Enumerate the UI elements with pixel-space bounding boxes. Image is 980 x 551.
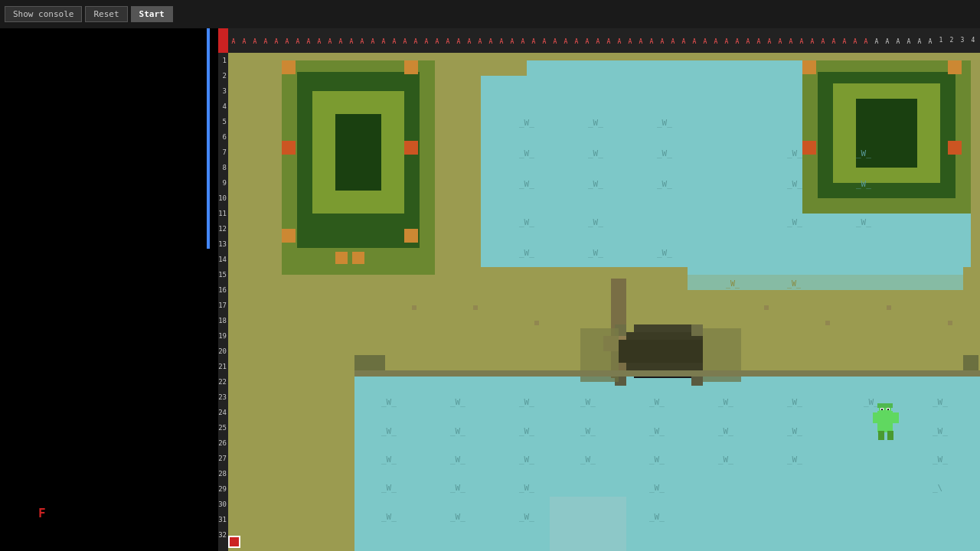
svg-text:_W_: _W_: [450, 483, 466, 493]
svg-text:_W_: _W_: [787, 455, 802, 465]
left-panel: [0, 28, 218, 551]
svg-rect-118: [412, 305, 416, 310]
svg-rect-4: [335, 114, 381, 191]
svg-text:_W_: _W_: [657, 248, 672, 258]
svg-text:_W_: _W_: [726, 279, 740, 289]
svg-rect-6: [404, 60, 418, 74]
svg-text:_W_: _W_: [649, 426, 665, 436]
svg-rect-106: [887, 431, 893, 440]
svg-rect-9: [282, 229, 296, 243]
svg-rect-44: [688, 60, 802, 259]
start-button[interactable]: Start: [131, 6, 173, 22]
ruler-top: AAAAAAAAAAAAAAAAAAAAAAAAAAAAAAAAAAAAAAAA…: [228, 28, 980, 53]
frame-indicator: F: [38, 506, 46, 520]
svg-rect-104: [893, 412, 899, 423]
svg-text:_W_: _W_: [588, 217, 603, 227]
svg-text:_W_: _W_: [787, 148, 802, 158]
svg-rect-40: [802, 60, 816, 74]
svg-text:_W_: _W_: [649, 483, 665, 493]
svg-text:_W_: _W_: [580, 397, 596, 407]
svg-text:_W_: _W_: [519, 248, 534, 258]
svg-rect-103: [873, 412, 879, 423]
position-indicator: [228, 536, 240, 548]
svg-text:_W_: _W_: [588, 248, 603, 258]
svg-rect-122: [825, 321, 830, 325]
svg-text:_W_: _W_: [933, 397, 948, 407]
svg-rect-42: [802, 141, 816, 155]
svg-text:_W_: _W_: [787, 279, 802, 289]
svg-text:_W_: _W_: [657, 179, 672, 189]
svg-rect-12: [352, 252, 364, 264]
svg-rect-41: [948, 60, 962, 74]
svg-text:_W_: _W_: [864, 397, 879, 407]
svg-rect-11: [335, 252, 348, 264]
svg-rect-102: [887, 409, 889, 410]
svg-text:_W_: _W_: [450, 397, 466, 407]
svg-text:_W_: _W_: [718, 426, 733, 436]
svg-text:_W_: _W_: [657, 118, 672, 128]
svg-text:_\: _\: [933, 483, 942, 493]
svg-text:_W_: _W_: [450, 512, 466, 522]
svg-text:_W_: _W_: [519, 426, 534, 436]
svg-text:_W_: _W_: [588, 179, 603, 189]
show-console-button[interactable]: Show console: [5, 6, 82, 22]
svg-text:_W_: _W_: [649, 512, 665, 522]
svg-text:_W_: _W_: [856, 148, 871, 158]
svg-text:_W_: _W_: [580, 455, 596, 465]
svg-rect-121: [764, 305, 769, 310]
svg-rect-123: [887, 305, 891, 310]
svg-text:_W_: _W_: [381, 455, 397, 465]
svg-text:_W_: _W_: [450, 426, 466, 436]
svg-text:_W_: _W_: [519, 217, 534, 227]
svg-rect-109: [354, 370, 980, 377]
svg-rect-124: [948, 321, 952, 325]
svg-text:_W_: _W_: [787, 426, 802, 436]
svg-text:_W_: _W_: [381, 512, 397, 522]
svg-rect-8: [404, 141, 418, 155]
svg-rect-48: [354, 497, 488, 551]
svg-text:_W_: _W_: [580, 426, 596, 436]
svg-text:_W_: _W_: [787, 179, 802, 189]
svg-rect-43: [948, 141, 962, 155]
svg-text:_W_: _W_: [856, 179, 871, 189]
game-map: _W_ _W_ _W_ _W_ _W_ _W_ _W_ _W_ _W_ _W_ …: [228, 53, 980, 551]
svg-text:_W_: _W_: [381, 483, 397, 493]
svg-text:_W_: _W_: [450, 455, 466, 465]
svg-text:_W_: _W_: [519, 512, 534, 522]
svg-rect-105: [878, 431, 884, 440]
reset-button[interactable]: Reset: [85, 6, 127, 22]
svg-text:_W_: _W_: [519, 397, 534, 407]
toolbar: Show console Reset Start: [0, 0, 980, 28]
svg-text:_W_: _W_: [381, 426, 397, 436]
svg-text:_W_: _W_: [657, 148, 672, 158]
svg-text:_W_: _W_: [856, 217, 871, 227]
svg-rect-5: [282, 60, 296, 74]
svg-rect-98: [877, 403, 893, 408]
svg-rect-13: [481, 60, 688, 267]
svg-text:_W_: _W_: [787, 397, 802, 407]
svg-text:_W_: _W_: [933, 426, 948, 436]
progress-bar: [207, 28, 210, 249]
svg-text:_W_: _W_: [787, 217, 802, 227]
svg-text:_W_: _W_: [519, 455, 534, 465]
svg-rect-95: [228, 275, 978, 374]
svg-rect-101: [881, 409, 883, 410]
svg-text:_W_: _W_: [588, 118, 603, 128]
svg-rect-7: [282, 141, 296, 155]
svg-rect-10: [404, 229, 418, 243]
svg-text:_W_: _W_: [519, 118, 534, 128]
map-area: _W_ _W_ _W_ _W_ _W_ _W_ _W_ _W_ _W_ _W_ …: [228, 53, 980, 551]
svg-text:_W_: _W_: [519, 148, 534, 158]
svg-text:_W_: _W_: [933, 455, 948, 465]
svg-text:_W_: _W_: [718, 397, 733, 407]
svg-rect-14: [481, 60, 527, 76]
ruler-left: 1234567891011121314151617181920212223242…: [218, 53, 228, 551]
svg-text:_W_: _W_: [649, 455, 665, 465]
svg-text:_W_: _W_: [649, 397, 665, 407]
svg-rect-49: [550, 497, 626, 551]
svg-text:_W_: _W_: [718, 455, 733, 465]
svg-text:_W_: _W_: [519, 483, 534, 493]
svg-rect-119: [473, 305, 478, 310]
svg-text:_W_: _W_: [519, 179, 534, 189]
svg-rect-120: [534, 321, 539, 325]
